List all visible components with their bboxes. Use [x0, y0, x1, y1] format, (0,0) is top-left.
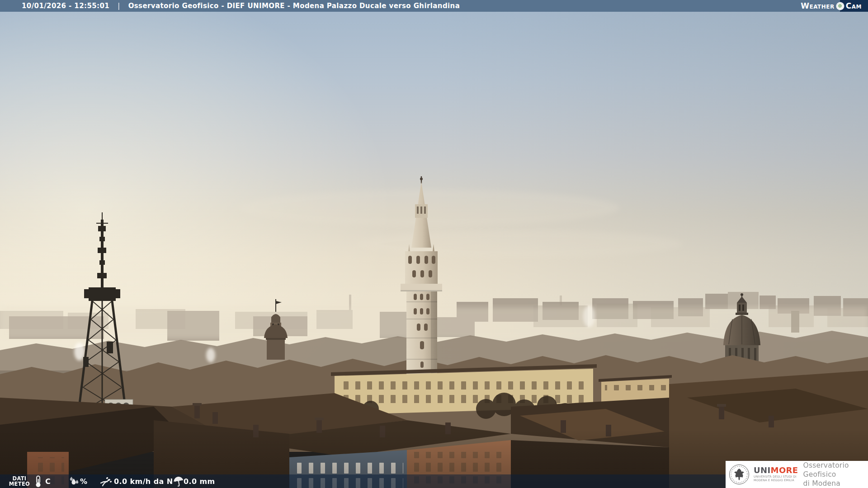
humidity-group [68, 474, 80, 488]
unimore-wordmark: UNIMORE UNIVERSITÀ DEGLI STUDI DI MODENA… [754, 466, 798, 482]
weathercam-lens-icon [837, 3, 844, 9]
weathercam-logo: Weather Cam [801, 0, 868, 12]
timestamp: 10/01/2026 - 12:55:01 [22, 2, 109, 10]
observatory-name-line2: di Modena [803, 479, 868, 488]
temperature-group [34, 474, 42, 488]
unimore-logo-box: UNIMORE UNIVERSITÀ DEGLI STUDI DI MODENA… [726, 461, 868, 488]
thermometer-icon [34, 475, 42, 488]
unimore-more-text: MORE [771, 465, 798, 475]
rain-group [173, 474, 184, 488]
wind-group [99, 474, 113, 488]
weathercam-page: 10/01/2026 - 12:55:01 | Osservatorio Geo… [0, 0, 868, 488]
humidity-value: % [80, 474, 87, 488]
unimore-subtitle-line2: MODENA E REGGIO EMILIA [754, 479, 798, 483]
title-separator: | [118, 2, 120, 10]
unimore-seal-icon [729, 464, 750, 485]
wind-value: 0.0 km/h da N [114, 474, 173, 488]
dati-label-line2: METEO [9, 481, 30, 487]
temperature-value: C [45, 474, 51, 488]
observatory-name: Osservatorio Geofisico di Modena [803, 461, 868, 488]
rain-value: 0.0 mm [184, 474, 215, 488]
weathercam-logo-cam: Cam [840, 0, 868, 12]
dati-meteo-label: DATI METEO [6, 474, 33, 488]
webcam-title: Osservatorio Geofisico - DIEF UNIMORE - … [128, 2, 460, 10]
humidity-drops-icon [68, 476, 80, 487]
top-title-bar: 10/01/2026 - 12:55:01 | Osservatorio Geo… [0, 0, 868, 12]
wind-icon [99, 475, 113, 487]
weathercam-logo-weather: Weather [801, 1, 834, 10]
observatory-name-line1: Osservatorio Geofisico [803, 461, 868, 479]
rain-umbrella-icon [173, 476, 184, 487]
webcam-photo [0, 0, 868, 488]
unimore-uni-text: UNI [754, 465, 771, 475]
